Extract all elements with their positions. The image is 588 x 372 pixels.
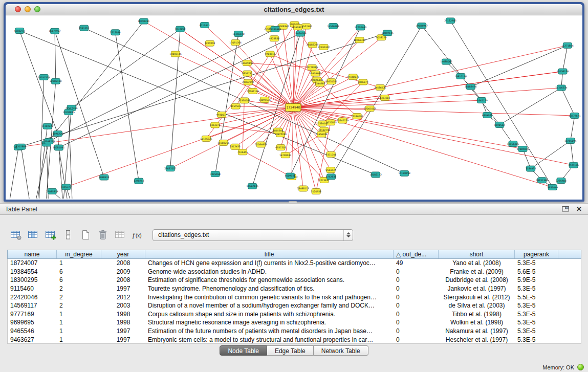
graph-node[interactable]: 18051374 — [38, 74, 50, 80]
close-window-button[interactable] — [15, 6, 21, 12]
minimize-window-button[interactable] — [25, 6, 31, 12]
graph-node[interactable]: 7516455 — [237, 149, 248, 155]
graph-node[interactable]: 24182476 — [465, 84, 476, 90]
table-row[interactable]: 1830029562008Estimation of significance … — [8, 276, 581, 285]
graph-node[interactable]: 8240815 — [293, 24, 303, 30]
tab-node-table[interactable]: Node Table — [220, 345, 267, 356]
graph-node[interactable]: 2344985 — [315, 81, 325, 86]
graph-node[interactable]: 8690562 — [494, 122, 505, 127]
column-header-name[interactable]: name — [8, 250, 57, 258]
graph-node[interactable]: 3285908 — [556, 178, 567, 184]
graph-node[interactable]: 7209998 — [205, 40, 215, 46]
graph-edge[interactable] — [561, 88, 575, 116]
graph-edge[interactable] — [531, 141, 571, 169]
graph-node[interactable]: 21778185 — [306, 64, 318, 70]
graph-node[interactable]: 2512433 — [230, 144, 241, 149]
table-row[interactable]: 946362711997Embryonic stem cells: a mode… — [8, 335, 581, 344]
graph-node[interactable]: 4325836 — [269, 36, 280, 41]
graph-node[interactable]: 14895636 — [259, 97, 271, 102]
delete-column-icon[interactable] — [96, 228, 110, 242]
graph-node[interactable]: 23779671 — [569, 113, 580, 119]
column-header-out_de[interactable]: △ out_de... — [394, 250, 439, 258]
graph-node[interactable]: 17889075 — [517, 146, 529, 152]
graph-node[interactable]: 11647129 — [475, 98, 487, 103]
network-canvas[interactable]: 5904816432583616008342120274814527467241… — [6, 15, 582, 200]
graph-node[interactable]: 1501165 — [79, 25, 90, 31]
graph-node[interactable]: 22530088 — [238, 98, 250, 103]
graph-node[interactable]: 23132953 — [444, 18, 456, 24]
graph-node[interactable]: 3371744 — [325, 151, 336, 157]
graph-node[interactable]: 10766305 — [354, 37, 365, 43]
table-settings-icon[interactable] — [9, 228, 23, 242]
graph-node[interactable]: 24586521 — [374, 84, 386, 90]
graph-edge[interactable] — [72, 29, 180, 108]
graph-edge[interactable] — [206, 82, 248, 139]
graph-node[interactable]: 10199815 — [63, 110, 75, 115]
graph-node[interactable]: 4207885 — [16, 144, 27, 149]
table-row[interactable]: 969969511998Structural magnetic resonanc… — [8, 318, 581, 327]
graph-edge[interactable] — [49, 29, 275, 141]
graph-node[interactable]: 18785095 — [564, 138, 576, 144]
graph-node[interactable]: 7066879 — [358, 79, 368, 85]
graph-node[interactable]: 18790241 — [138, 18, 149, 24]
graph-node[interactable]: 18231368 — [536, 178, 548, 183]
graph-node[interactable]: 18182172 — [369, 172, 381, 178]
graph-node[interactable]: 16179907 — [49, 28, 60, 34]
table-row[interactable]: 1872400712008Changes of HCN gene express… — [8, 259, 581, 268]
graph-node[interactable]: 9930037 — [216, 112, 227, 118]
graph-node[interactable]: 3212994 — [110, 30, 121, 35]
graph-node[interactable]: 2184433 — [526, 166, 536, 171]
graph-node[interactable]: 19440071 — [347, 74, 359, 80]
graph-edge[interactable] — [292, 107, 293, 177]
graph-node[interactable]: 13091766 — [229, 40, 241, 46]
graph-edge[interactable] — [10, 147, 18, 199]
graph-node[interactable]: 3937449 — [548, 185, 558, 190]
graph-node[interactable]: 19120258 — [398, 170, 410, 176]
table-row[interactable]: 911546021997Tourette syndrome. Phenomeno… — [8, 285, 581, 293]
graph-edge[interactable] — [450, 20, 553, 187]
table-row[interactable]: 977716911998Corpus callosum shape and si… — [8, 310, 581, 319]
column-header-in_degree[interactable]: in_degree — [57, 250, 101, 258]
graph-node[interactable]: 11456398 — [315, 132, 327, 137]
graph-node[interactable]: 15526183 — [327, 24, 339, 29]
graph-node[interactable]: 14709033 — [279, 152, 291, 158]
graph-edge[interactable] — [215, 107, 293, 125]
graph-node[interactable]: 11316374 — [555, 85, 567, 91]
table-row[interactable]: 2242004622012Investigating the contribut… — [8, 293, 581, 301]
graph-node[interactable]: 3939126 — [568, 162, 579, 168]
select-columns-icon[interactable] — [27, 228, 40, 242]
graph-node[interactable]: 23085819 — [46, 188, 58, 194]
graph-edge[interactable] — [236, 106, 293, 107]
graph-node[interactable]: 13548795 — [43, 138, 55, 144]
zoom-window-button[interactable] — [34, 6, 40, 12]
graph-node[interactable]: 22001002 — [364, 106, 376, 112]
graph-edge[interactable] — [293, 107, 324, 180]
float-panel-icon[interactable] — [562, 205, 569, 214]
graph-edge[interactable] — [243, 100, 244, 152]
graph-node[interactable]: 10069145 — [382, 30, 394, 36]
graph-edge[interactable] — [563, 46, 568, 72]
graph-node[interactable]: 4333303 — [380, 95, 390, 101]
column-header-title[interactable]: title — [145, 250, 394, 258]
graph-edge[interactable] — [286, 107, 293, 155]
graph-edge[interactable] — [471, 46, 568, 87]
graph-node[interactable]: 16602145 — [246, 183, 258, 189]
graph-node[interactable]: 5504239 — [325, 167, 336, 173]
graph-node[interactable]: 4833068 — [175, 26, 186, 32]
graph-edge[interactable] — [293, 107, 357, 116]
graph-node[interactable]: 14659453 — [241, 60, 253, 66]
graph-edge[interactable] — [55, 31, 104, 178]
graph-node[interactable]: 21064953 — [255, 142, 267, 147]
graph-node[interactable]: 2855344 — [273, 128, 284, 134]
graph-edge[interactable] — [293, 100, 482, 107]
graph-node[interactable]: 19810196 — [455, 73, 467, 79]
graph-node[interactable]: 8752835 — [326, 174, 337, 180]
table-row[interactable]: 946554611997Estimation of the future num… — [8, 327, 581, 336]
graph-edge[interactable] — [571, 141, 574, 165]
table-selector-combobox[interactable]: citations_edges.txt — [153, 229, 353, 241]
delete-table-icon[interactable] — [114, 228, 127, 242]
graph-node[interactable]: 12336796 — [351, 114, 363, 119]
graph-node[interactable]: 18081041 — [53, 145, 64, 150]
graph-edge[interactable] — [18, 107, 293, 147]
tab-network-table[interactable]: Network Table — [314, 345, 368, 356]
